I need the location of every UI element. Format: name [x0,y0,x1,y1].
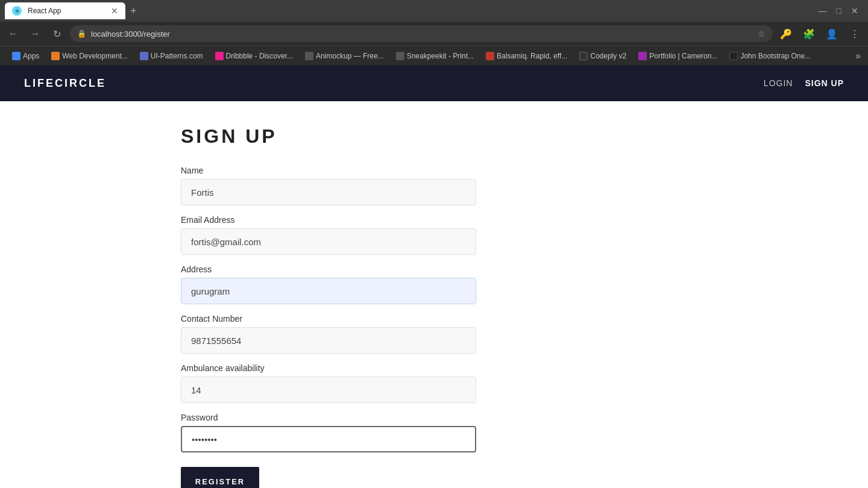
bookmark-portfolio-label: Portfolio | Cameron... [649,52,717,60]
login-nav-link[interactable]: LOGIN [764,78,793,88]
bookmarks-more-button[interactable]: » [855,51,861,61]
ui-patterns-favicon [140,52,148,60]
bookmark-dribbble-label: Dribbble - Discover... [226,52,293,60]
bookmark-codeply-label: Codeply v2 [590,52,626,60]
back-button[interactable]: ← [5,25,22,42]
ambulance-form-group: Ambulance availability [181,363,476,403]
dribbble-favicon [215,52,224,60]
maximize-button[interactable]: □ [837,6,841,16]
active-tab[interactable]: ⚛ React App ✕ [5,2,125,19]
bookmark-sneakpeekit-label: Sneakpeekit - Print... [407,52,474,60]
password-form-group: Password [181,413,476,452]
nav-links: LOGIN SIGN UP [764,78,844,88]
page-title: SIGN UP [181,125,277,148]
menu-icon[interactable]: ⋮ [846,25,863,42]
password-label: Password [181,413,476,422]
apps-favicon [12,52,20,60]
bookmark-portfolio[interactable]: Portfolio | Cameron... [634,51,722,61]
bookmark-apps-label: Apps [23,52,39,60]
main-content: SIGN UP Name Email Address Address Conta… [0,101,868,488]
codeply-favicon [579,52,588,60]
new-tab-button[interactable]: + [128,5,139,17]
contact-form-group: Contact Number [181,314,476,354]
name-label: Name [181,166,476,175]
address-form-group: Address [181,264,476,304]
email-label: Email Address [181,215,476,225]
bookmark-codeply[interactable]: Codeply v2 [574,51,631,61]
tab-bar: ⚛ React App ✕ + — □ ✕ [0,0,868,22]
name-form-group: Name [181,166,476,205]
signup-nav-link[interactable]: SIGN UP [805,78,844,88]
bookmark-ui-patterns[interactable]: UI-Patterns.com [135,51,208,61]
bookmark-sneakpeekit[interactable]: Sneakpeekit - Print... [391,51,479,61]
bookmark-john-bootstrap[interactable]: John Bootstrap One... [725,51,816,61]
contact-label: Contact Number [181,314,476,324]
tab-title: React App [28,7,61,15]
bookmark-web-dev[interactable]: Web Development... [46,51,133,61]
app-content: LIFECIRCLE LOGIN SIGN UP SIGN UP Name Em… [0,65,868,488]
tab-close-button[interactable]: ✕ [111,6,118,16]
john-bootstrap-favicon [729,52,738,60]
sneakpeekit-favicon [396,52,404,60]
email-form-group: Email Address [181,215,476,255]
tab-favicon: ⚛ [12,6,22,16]
nav-logo: LIFECIRCLE [24,77,106,90]
bookmark-apps[interactable]: Apps [7,51,44,61]
close-window-button[interactable]: ✕ [851,6,858,16]
bookmark-web-dev-label: Web Development... [62,52,128,60]
minimize-button[interactable]: — [819,6,827,16]
url-bar[interactable]: 🔒 localhost:3000/register ☆ [70,25,773,42]
nav-header: LIFECIRCLE LOGIN SIGN UP [0,65,868,101]
toolbar-icons: 🔑 🧩 👤 ⋮ [778,25,863,42]
name-input[interactable] [181,179,476,205]
balsamiq-favicon [486,52,494,60]
bookmark-ui-patterns-label: UI-Patterns.com [151,52,203,60]
key-icon[interactable]: 🔑 [778,25,794,42]
forward-button[interactable]: → [27,25,43,42]
refresh-button[interactable]: ↻ [48,25,65,42]
register-button[interactable]: REGISTER [181,467,259,488]
bookmark-john-bootstrap-label: John Bootstrap One... [740,52,811,60]
signup-form: Name Email Address Address Contact Numbe… [181,166,476,488]
url-text: localhost:3000/register [91,30,753,39]
address-input[interactable] [181,278,476,304]
bookmark-balsamiq[interactable]: Balsamiq. Rapid, eff... [481,51,572,61]
bookmark-animockup-label: Animockup — Free... [316,52,384,60]
ambulance-label: Ambulance availability [181,363,476,373]
bookmark-animockup[interactable]: Animockup — Free... [300,51,389,61]
address-bar: ← → ↻ 🔒 localhost:3000/register ☆ 🔑 🧩 👤 … [0,22,868,46]
address-label: Address [181,264,476,274]
avatar-icon[interactable]: 👤 [823,25,840,42]
portfolio-favicon [638,52,647,60]
bookmark-star-icon[interactable]: ☆ [758,29,766,39]
web-dev-favicon [51,52,60,60]
window-controls: — □ ✕ [819,6,863,16]
email-input[interactable] [181,228,476,255]
extensions-icon[interactable]: 🧩 [800,25,817,42]
ambulance-input[interactable] [181,377,476,403]
bookmark-dribbble[interactable]: Dribbble - Discover... [210,51,298,61]
bookmark-balsamiq-label: Balsamiq. Rapid, eff... [497,52,567,60]
animockup-favicon [305,52,313,60]
bookmarks-bar: Apps Web Development... UI-Patterns.com … [0,46,868,65]
lock-icon: 🔒 [77,30,86,38]
browser-chrome: ⚛ React App ✕ + — □ ✕ ← → ↻ 🔒 localhost:… [0,0,868,65]
password-input[interactable] [181,426,476,452]
contact-input[interactable] [181,327,476,354]
